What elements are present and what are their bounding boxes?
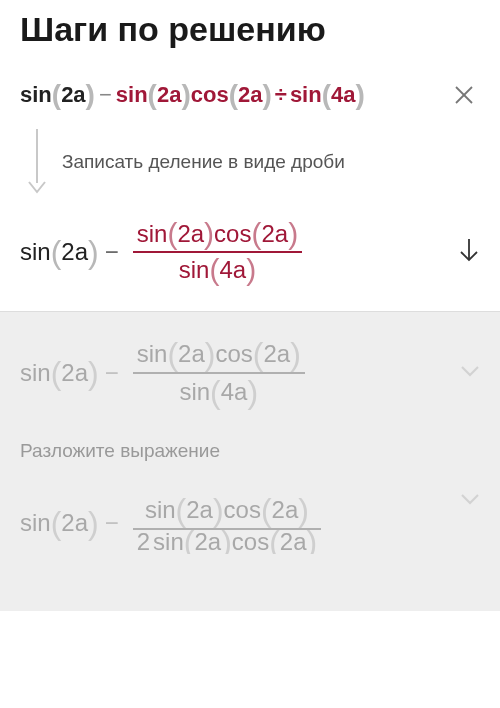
fn-sin: sin xyxy=(20,238,51,266)
fn-cos: cos xyxy=(214,220,251,248)
fraction: sin ( 2a ) cos ( 2a ) sin ( 4a ) xyxy=(133,217,302,287)
arg: 2a xyxy=(61,82,85,108)
paren-open: ( xyxy=(51,507,62,539)
result-expression-row: sin ( 2a ) − sin ( 2a ) cos ( 2a ) sin xyxy=(20,205,480,311)
arg: 2a xyxy=(238,82,262,108)
fn-sin: sin xyxy=(137,220,168,248)
divide-op: ÷ xyxy=(272,82,290,108)
paren-close: ) xyxy=(290,338,301,370)
fn-sin: sin xyxy=(179,256,210,284)
arg: 2a xyxy=(61,359,88,387)
expand-down-icon[interactable] xyxy=(458,237,480,267)
chevron-down-icon[interactable] xyxy=(460,492,480,510)
arg: 4a xyxy=(331,82,355,108)
paren-close: ) xyxy=(288,219,298,249)
arg: 4a xyxy=(221,378,248,406)
fn-sin: sin xyxy=(137,340,168,368)
minus-op: − xyxy=(99,359,125,387)
fn-sin: sin xyxy=(290,82,322,108)
paren-open: ( xyxy=(148,81,157,109)
arg: 2a xyxy=(263,340,290,368)
arg: 2a xyxy=(157,82,181,108)
next-steps-section: sin ( 2a ) − sin ( 2a ) cos ( 2a ) sin xyxy=(0,311,500,611)
fn-cos: cos xyxy=(232,530,269,554)
arg: 2a xyxy=(61,509,88,537)
paren-open: ( xyxy=(52,81,61,109)
paren-close: ) xyxy=(262,81,271,109)
paren-open: ( xyxy=(253,338,264,370)
step-description: Записать деление в виде дроби xyxy=(54,129,480,195)
paren-close: ) xyxy=(246,255,256,285)
minus-op: − xyxy=(99,509,125,537)
paren-close: ) xyxy=(88,357,99,389)
fn-cos: cos xyxy=(191,82,229,108)
minus-op: − xyxy=(99,238,125,266)
paren-open: ( xyxy=(229,81,238,109)
arg: 2a xyxy=(178,340,205,368)
paren-open: ( xyxy=(167,219,177,249)
fn-sin: sin xyxy=(116,82,148,108)
fn-cos: cos xyxy=(215,340,252,368)
paren-close: ) xyxy=(205,338,216,370)
paren-open: ( xyxy=(51,236,62,268)
fn-sin: sin xyxy=(153,530,184,554)
faded-expression: sin ( 2a ) − sin ( 2a ) cos ( 2a ) 2 xyxy=(20,492,321,554)
paren-close: ) xyxy=(86,81,95,109)
paren-close: ) xyxy=(88,507,99,539)
paren-close: ) xyxy=(355,81,364,109)
fraction: sin ( 2a ) cos ( 2a ) sin ( 4a ) xyxy=(133,336,305,410)
original-expression-row: sin ( 2a ) − sin ( 2a ) cos ( 2a ) ÷ sin… xyxy=(20,69,480,129)
original-expression: sin ( 2a ) − sin ( 2a ) cos ( 2a ) ÷ sin… xyxy=(20,81,365,109)
paren-close: ) xyxy=(213,494,224,526)
fraction: sin ( 2a ) cos ( 2a ) 2 sin ( 2a ) xyxy=(133,492,321,554)
paren-close: ) xyxy=(181,81,190,109)
faded-expression-row-cut[interactable]: sin ( 2a ) − sin ( 2a ) cos ( 2a ) 2 xyxy=(20,476,480,554)
fn-sin: sin xyxy=(145,496,176,524)
paren-close: ) xyxy=(298,494,309,526)
fn-sin: sin xyxy=(20,82,52,108)
fn-sin: sin xyxy=(20,359,51,387)
arg: 2a xyxy=(194,530,221,554)
paren-open: ( xyxy=(251,219,261,249)
fn-cos: cos xyxy=(224,496,261,524)
paren-open: ( xyxy=(261,494,272,526)
paren-close: ) xyxy=(307,530,318,554)
arg: 2a xyxy=(272,496,299,524)
paren-open: ( xyxy=(176,494,187,526)
arg: 2a xyxy=(177,220,204,248)
arg: 2a xyxy=(61,238,88,266)
paren-close: ) xyxy=(88,236,99,268)
close-icon[interactable] xyxy=(448,79,480,111)
fn-sin: sin xyxy=(20,509,51,537)
arg: 2a xyxy=(280,530,307,554)
arrow-down-icon xyxy=(28,181,46,195)
arg: 4a xyxy=(219,256,246,284)
step-connector: Записать деление в виде дроби xyxy=(20,129,480,205)
faded-expression-row[interactable]: sin ( 2a ) − sin ( 2a ) cos ( 2a ) sin xyxy=(20,312,480,420)
faded-step-description: Разложите выражение xyxy=(20,420,480,476)
paren-open: ( xyxy=(322,81,331,109)
minus-op: − xyxy=(95,82,116,108)
paren-open: ( xyxy=(184,530,195,554)
paren-open: ( xyxy=(167,338,178,370)
paren-close: ) xyxy=(247,376,258,408)
paren-close: ) xyxy=(204,219,214,249)
paren-open: ( xyxy=(210,376,221,408)
arg: 2a xyxy=(261,220,288,248)
paren-open: ( xyxy=(269,530,280,554)
paren-open: ( xyxy=(51,357,62,389)
arg: 2a xyxy=(186,496,213,524)
faded-expression: sin ( 2a ) − sin ( 2a ) cos ( 2a ) sin xyxy=(20,336,305,410)
result-expression: sin ( 2a ) − sin ( 2a ) cos ( 2a ) sin xyxy=(20,217,302,287)
coef: 2 xyxy=(137,530,150,554)
fn-sin: sin xyxy=(179,378,210,406)
paren-open: ( xyxy=(209,255,219,285)
chevron-down-icon[interactable] xyxy=(460,364,480,382)
paren-close: ) xyxy=(221,530,232,554)
page-title: Шаги по решению xyxy=(20,10,480,49)
